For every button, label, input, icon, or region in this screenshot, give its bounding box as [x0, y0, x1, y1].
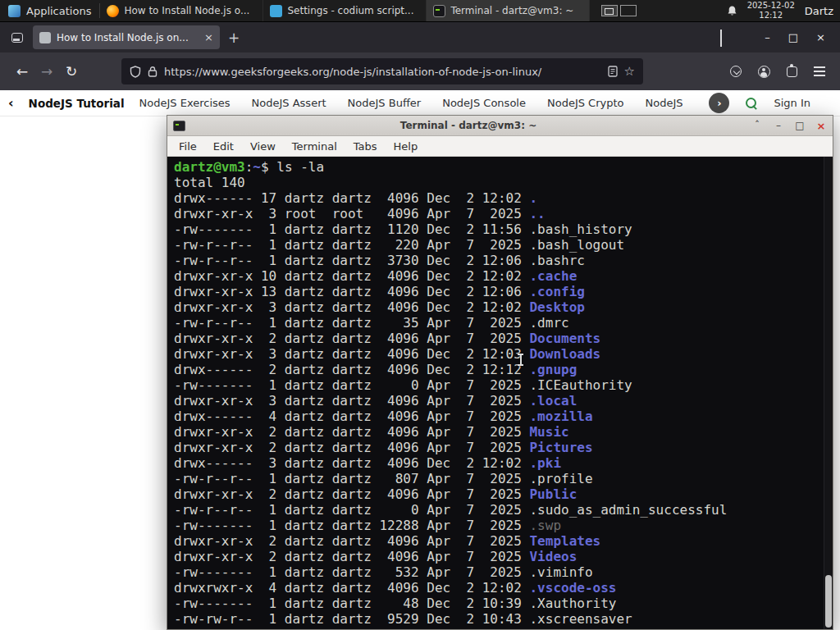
workspace-pager[interactable]: [601, 5, 637, 16]
list-all-tabs-button[interactable]: [720, 30, 722, 45]
url-bar[interactable]: https://www.geeksforgeeks.org/node-js/in…: [121, 58, 643, 84]
terminal-title: Terminal - dartz@vm3: ~: [190, 120, 746, 131]
taskbar-tray: 2025-12-02 12:12 Dartz: [727, 1, 840, 21]
applications-menu-button[interactable]: Applications: [0, 0, 99, 21]
site-nav-items: NodeJS ExercisesNodeJS AssertNodeJS Buff…: [139, 97, 687, 109]
menu-help[interactable]: Help: [386, 138, 426, 155]
tab-bar: How to Install Node.js on... × + – □ ×: [0, 22, 840, 52]
chevron-down-icon: [720, 30, 722, 47]
user-menu[interactable]: Dartz: [805, 5, 835, 17]
browser-tab-active[interactable]: How to Install Node.js on... ×: [33, 25, 220, 49]
clock-date: 2025-12-02: [747, 1, 795, 11]
workspace-1[interactable]: [601, 5, 618, 16]
site-nav-item[interactable]: NodeJS Assert: [252, 97, 326, 109]
mouse-ibeam-cursor: [517, 354, 524, 366]
minimize-button[interactable]: –: [765, 31, 770, 43]
tab-title: How to Install Node.js on...: [57, 32, 199, 43]
account-icon[interactable]: [758, 66, 770, 78]
url-input[interactable]: https://www.geeksforgeeks.org/node-js/in…: [164, 66, 601, 78]
firefox-view-icon: [11, 33, 23, 43]
scrollbar-thumb[interactable]: [825, 575, 832, 628]
back-button[interactable]: ←: [10, 63, 34, 80]
terminal-output[interactable]: dartz@vm3:~$ ls -la total 140 drwx------…: [167, 157, 833, 627]
menu-terminal[interactable]: Terminal: [285, 138, 345, 155]
site-nav-item[interactable]: NodeJS Buffer: [348, 97, 422, 109]
subnav-back-chevron-icon[interactable]: ‹: [8, 95, 14, 111]
sign-in-link[interactable]: Sign In: [774, 97, 832, 109]
menu-button[interactable]: [814, 66, 825, 77]
taskbar-window-button[interactable]: Terminal - dartz@vm3: ~: [427, 0, 590, 21]
subnav-title[interactable]: NodeJS Tutorial: [29, 97, 125, 110]
menu-edit[interactable]: Edit: [206, 138, 241, 155]
firefox-view-button[interactable]: [7, 27, 28, 48]
desktop: Applications How to Install Node.js o...…: [0, 0, 840, 630]
forward-button[interactable]: →: [34, 63, 59, 80]
taskbar-window-title: How to Install Node.js o...: [124, 5, 256, 16]
terminal-icon: [173, 121, 185, 131]
taskbar-clock[interactable]: 2025-12-02 12:12: [747, 1, 795, 21]
taskbar-window-button[interactable]: How to Install Node.js o...: [100, 0, 263, 21]
tracking-shield-icon[interactable]: [130, 66, 141, 78]
codium-icon: [270, 5, 282, 17]
terminal-scrollbar[interactable]: [824, 157, 833, 629]
menu-view[interactable]: View: [243, 138, 283, 155]
taskbar: Applications How to Install Node.js o...…: [0, 0, 840, 22]
site-nav-item[interactable]: NodeJS Console: [442, 97, 526, 109]
taskbar-windows: How to Install Node.js o...Settings - co…: [100, 0, 590, 21]
reader-mode-icon[interactable]: [608, 66, 618, 77]
shade-button[interactable]: ˆ: [751, 120, 763, 131]
applications-label: Applications: [26, 5, 91, 17]
close-button[interactable]: ×: [816, 31, 825, 43]
bookmark-star-icon[interactable]: ☆: [624, 64, 635, 79]
toolbar-right-icons: [730, 66, 830, 78]
terminal-window: Terminal - dartz@vm3: ~ ˆ – □ × FileEdit…: [167, 115, 833, 630]
site-nav-item[interactable]: NodeJS DNS: [646, 97, 687, 109]
site-subnav: ‹ NodeJS Tutorial NodeJS ExercisesNodeJS…: [0, 90, 840, 116]
firefox-icon: [107, 5, 119, 17]
site-nav-item[interactable]: NodeJS Crypto: [547, 97, 624, 109]
restore-button[interactable]: □: [788, 31, 798, 43]
pocket-icon[interactable]: [730, 66, 742, 77]
terminal-maximize-button[interactable]: □: [794, 120, 806, 131]
terminal-icon: [433, 5, 445, 17]
hamburger-icon: [814, 71, 825, 72]
terminal-menubar: FileEditViewTerminalTabsHelp: [167, 136, 833, 157]
site-nav-item[interactable]: NodeJS Exercises: [139, 97, 231, 109]
applications-icon: [8, 5, 21, 17]
notification-bell-icon[interactable]: [727, 5, 737, 16]
tab-close-icon[interactable]: ×: [204, 31, 213, 43]
taskbar-window-button[interactable]: Settings - codium script...: [263, 0, 427, 21]
terminal-body[interactable]: dartz@vm3:~$ ls -la total 140 drwx------…: [167, 157, 833, 629]
taskbar-window-title: Terminal - dartz@vm3: ~: [450, 5, 582, 16]
search-icon[interactable]: [746, 98, 757, 109]
menu-tabs[interactable]: Tabs: [346, 138, 385, 155]
terminal-window-controls: ˆ – □ ×: [751, 120, 827, 132]
tab-favicon: [39, 32, 51, 43]
extensions-icon[interactable]: [787, 66, 797, 77]
browser-window-controls: – □ ×: [756, 31, 833, 43]
clock-time: 12:12: [747, 11, 795, 21]
subnav-right: › Sign In: [701, 93, 832, 113]
terminal-titlebar[interactable]: Terminal - dartz@vm3: ~ ˆ – □ ×: [167, 116, 833, 136]
reload-button[interactable]: ↻: [59, 63, 84, 80]
subnav-next-button[interactable]: ›: [709, 93, 729, 113]
terminal-minimize-button[interactable]: –: [773, 120, 784, 131]
navigation-toolbar: ← → ↻ https://www.geeksforgeeks.org/node…: [0, 52, 840, 90]
workspace-2[interactable]: [620, 5, 637, 16]
terminal-close-button[interactable]: ×: [815, 120, 827, 132]
new-tab-button[interactable]: +: [223, 27, 244, 48]
taskbar-window-title: Settings - codium script...: [287, 5, 419, 16]
menu-file[interactable]: File: [171, 138, 204, 155]
lock-icon[interactable]: [148, 66, 158, 77]
